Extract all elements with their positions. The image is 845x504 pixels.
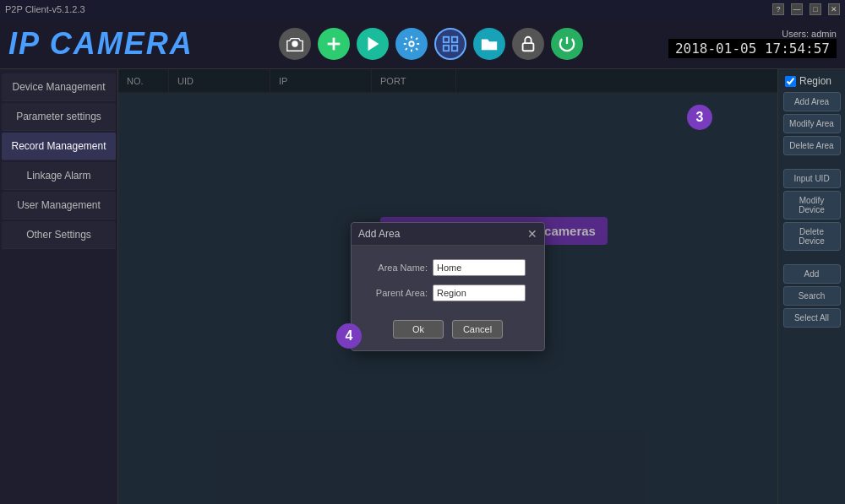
app-title: IP CAMERA	[8, 26, 194, 62]
add-button[interactable]: Add	[783, 264, 841, 284]
svg-rect-5	[444, 36, 449, 41]
step3-badge: 3	[687, 105, 712, 130]
modify-device-button[interactable]: Modify Device	[783, 191, 841, 219]
sidebar-item-other-settings[interactable]: Other Settings	[2, 221, 116, 249]
main-layout: Device Management Parameter settings Rec…	[0, 69, 845, 504]
datetime-display: 2018-01-05 17:54:57	[668, 39, 837, 58]
region-checkbox[interactable]	[785, 76, 796, 87]
sidebar-item-device-management[interactable]: Device Management	[2, 73, 116, 101]
svg-rect-6	[452, 36, 457, 41]
region-row: Region	[782, 73, 842, 89]
svg-point-4	[409, 41, 414, 46]
parent-area-input[interactable]	[433, 285, 526, 301]
users-label: Users: admin	[782, 29, 837, 39]
sidebar: Device Management Parameter settings Rec…	[0, 69, 118, 504]
config-icon[interactable]	[434, 28, 466, 60]
input-uid-button[interactable]: Input UID	[783, 169, 841, 188]
window-controls: ? — □ ✕	[772, 3, 840, 15]
header: IP CAMERA Users: admin 2018-01-05 17:54:…	[0, 19, 845, 69]
area-name-input[interactable]	[433, 259, 526, 276]
titlebar: P2P Client-v5.1.2.3 ? — □ ✕	[0, 0, 845, 19]
delete-area-button[interactable]: Delete Area	[783, 136, 841, 155]
right-panel: Region Add Area Modify Area Delete Area …	[777, 69, 845, 504]
add-area-button[interactable]: Add Area	[783, 92, 841, 111]
camera-icon[interactable]	[279, 28, 311, 60]
parent-area-label: Parent Area:	[360, 288, 428, 298]
svg-rect-8	[452, 45, 457, 50]
header-icons	[279, 28, 583, 60]
datetime-user: Users: admin 2018-01-05 17:54:57	[668, 29, 837, 58]
content-area: NO. UID IP PORT 3 Add a area for managin…	[118, 69, 777, 504]
svg-point-0	[292, 41, 297, 46]
sidebar-item-linkage-alarm[interactable]: Linkage Alarm	[2, 162, 116, 190]
dialog-body: Area Name: Parent Area:	[352, 246, 544, 320]
area-name-row: Area Name:	[360, 259, 536, 276]
app-version: P2P Client-v5.1.2.3	[5, 4, 85, 14]
step4-badge: 4	[336, 323, 362, 349]
close-button[interactable]: ✕	[828, 3, 840, 15]
dialog-titlebar: Add Area ✕	[352, 223, 544, 246]
add-icon[interactable]	[318, 28, 350, 60]
svg-rect-7	[444, 45, 449, 50]
modal-overlay: Add Area ✕ Area Name: Parent Area: 4	[118, 69, 777, 504]
add-area-dialog: Add Area ✕ Area Name: Parent Area: 4	[351, 222, 545, 351]
sidebar-item-user-management[interactable]: User Management	[2, 192, 116, 219]
minimize-button[interactable]: —	[791, 3, 803, 15]
modify-area-button[interactable]: Modify Area	[783, 114, 841, 133]
select-all-button[interactable]: Select All	[783, 308, 841, 328]
dialog-footer: 4 Ok Cancel	[352, 320, 544, 350]
dialog-title: Add Area	[358, 228, 400, 240]
sidebar-item-record-management[interactable]: Record Management	[2, 133, 116, 160]
sidebar-item-parameter-settings[interactable]: Parameter settings	[2, 103, 116, 131]
dialog-close-button[interactable]: ✕	[527, 227, 537, 241]
ok-button[interactable]: Ok	[393, 320, 444, 339]
search-button[interactable]: Search	[783, 286, 841, 306]
delete-device-button[interactable]: Delete Device	[783, 222, 841, 251]
svg-marker-3	[368, 36, 379, 51]
area-name-label: Area Name:	[360, 263, 428, 273]
help-button[interactable]: ?	[772, 3, 784, 15]
settings-wheel-icon[interactable]	[395, 28, 428, 60]
svg-rect-9	[522, 43, 533, 51]
play-icon[interactable]	[357, 28, 389, 60]
region-label: Region	[799, 75, 831, 87]
maximize-button[interactable]: □	[810, 3, 821, 15]
ok-btn-area: Ok	[393, 320, 444, 339]
lock-icon[interactable]	[512, 28, 544, 60]
parent-area-row: Parent Area:	[360, 285, 536, 301]
folder-icon[interactable]	[473, 28, 505, 60]
power-icon[interactable]	[551, 28, 583, 60]
cancel-button[interactable]: Cancel	[452, 320, 503, 339]
